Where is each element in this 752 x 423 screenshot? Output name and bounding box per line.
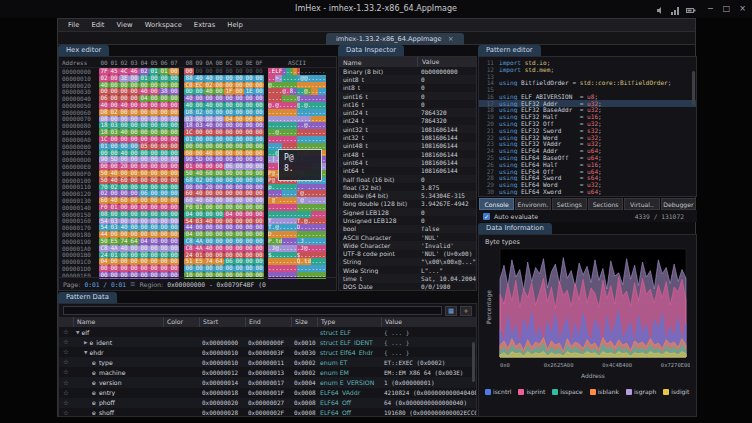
hex-byte[interactable]: 00: [119, 95, 129, 102]
hex-byte[interactable]: 00: [169, 224, 179, 231]
hex-byte[interactable]: 00: [254, 211, 264, 218]
data-inspector-tab[interactable]: Data Inspector: [338, 45, 404, 56]
hex-byte[interactable]: 03: [109, 218, 119, 225]
hex-byte[interactable]: 00: [129, 265, 139, 272]
hex-byte[interactable]: 00: [129, 252, 139, 259]
menu-item-workspace[interactable]: Workspace: [139, 19, 188, 32]
inspector-row[interactable]: int64_t1081606144: [339, 167, 476, 175]
chevron-right-icon[interactable]: ▶: [84, 340, 87, 345]
hex-ascii-char[interactable]: .: [322, 231, 326, 238]
hex-byte[interactable]: 00: [149, 204, 159, 211]
hex-byte[interactable]: 00: [224, 245, 234, 252]
hex-byte[interactable]: 00: [204, 143, 214, 150]
hex-byte[interactable]: 00: [139, 252, 149, 259]
hex-byte[interactable]: 00: [139, 177, 149, 184]
pattern-column-header[interactable]: Type: [317, 317, 381, 327]
hex-byte[interactable]: 00: [129, 170, 139, 177]
hex-ascii-char[interactable]: .: [322, 170, 326, 177]
hex-byte[interactable]: 00: [244, 204, 254, 211]
hex-byte[interactable]: 00: [139, 204, 149, 211]
editor-line[interactable]: 29using ELF64_Word = u32;: [479, 181, 696, 188]
hex-byte[interactable]: 00: [214, 177, 224, 184]
menu-item-file[interactable]: File: [62, 19, 85, 32]
hex-byte[interactable]: 00: [169, 218, 179, 225]
star-icon[interactable]: ☆: [59, 347, 73, 357]
hex-byte[interactable]: 18: [99, 122, 109, 129]
hex-byte[interactable]: 02: [194, 177, 204, 184]
hex-byte[interactable]: 02: [109, 184, 119, 191]
hex-byte[interactable]: 00: [254, 265, 264, 272]
pattern-column-header[interactable]: Start: [199, 317, 245, 327]
hex-byte[interactable]: 00: [224, 224, 234, 231]
hex-ascii-char[interactable]: .: [322, 218, 326, 225]
hex-byte[interactable]: 64: [129, 238, 139, 245]
hex-ascii-char[interactable]: .: [322, 82, 326, 89]
hex-byte[interactable]: 00: [149, 156, 159, 163]
hex-byte[interactable]: 00: [119, 184, 129, 191]
hex-byte[interactable]: 00: [109, 143, 119, 150]
legend-item-isdigit[interactable]: isdigit: [663, 388, 689, 395]
star-icon[interactable]: ☆: [59, 357, 73, 367]
inspector-row[interactable]: Signed LEB1280: [339, 208, 476, 216]
hex-byte[interactable]: 00: [159, 150, 169, 157]
hex-byte[interactable]: 00: [109, 150, 119, 157]
hex-byte[interactable]: 60: [99, 197, 109, 204]
hex-byte[interactable]: 00: [194, 88, 204, 95]
hex-byte[interactable]: 00: [194, 224, 204, 231]
hex-byte[interactable]: 00: [169, 238, 179, 245]
hex-byte[interactable]: 00: [234, 136, 244, 143]
hex-byte[interactable]: 00: [159, 109, 169, 116]
hex-byte[interactable]: 00: [224, 156, 234, 163]
hex-byte[interactable]: 00: [169, 231, 179, 238]
byte-types-chart[interactable]: 0x00x2625A000x4C4B4000x7270E00AddressPer…: [484, 247, 690, 387]
hex-byte[interactable]: 00: [234, 116, 244, 123]
hex-byte[interactable]: 18: [99, 129, 109, 136]
hex-byte[interactable]: 00: [234, 231, 244, 238]
hex-byte[interactable]: 00: [234, 170, 244, 177]
hex-byte[interactable]: 00: [159, 116, 169, 123]
hex-byte[interactable]: 40: [204, 88, 214, 95]
hex-byte[interactable]: 00: [149, 129, 159, 136]
hex-byte[interactable]: 00: [169, 82, 179, 89]
console-tab-debugger[interactable]: Debugger: [661, 198, 696, 210]
hex-byte[interactable]: 00: [159, 184, 169, 191]
hex-byte[interactable]: 00: [224, 75, 234, 82]
hex-byte[interactable]: 18: [184, 122, 194, 129]
hex-byte[interactable]: 01: [149, 68, 159, 75]
hex-byte[interactable]: 70: [99, 184, 109, 191]
hex-byte[interactable]: 00: [244, 238, 254, 245]
data-information-tab[interactable]: Data Information: [478, 223, 552, 234]
battery-icon[interactable]: [686, 0, 696, 19]
hex-byte[interactable]: 40: [194, 190, 204, 197]
hex-byte[interactable]: 00: [234, 75, 244, 82]
hex-byte[interactable]: 00: [234, 95, 244, 102]
hex-byte[interactable]: 00: [159, 252, 169, 259]
hex-byte[interactable]: 00: [119, 136, 129, 143]
pattern-column-header[interactable]: End: [245, 317, 291, 327]
hex-byte[interactable]: 00: [254, 102, 264, 109]
hex-byte[interactable]: 00: [224, 177, 234, 184]
hex-byte[interactable]: 00: [204, 129, 214, 136]
hex-byte[interactable]: 02: [204, 82, 214, 89]
hex-byte[interactable]: 00: [159, 245, 169, 252]
hex-byte[interactable]: 00: [169, 177, 179, 184]
hex-byte[interactable]: 00: [244, 136, 254, 143]
hex-byte[interactable]: 00: [194, 116, 204, 123]
hex-byte[interactable]: 00: [254, 184, 264, 191]
hex-byte[interactable]: 00: [149, 265, 159, 272]
hex-byte[interactable]: 00: [204, 204, 214, 211]
hex-byte[interactable]: 5D: [194, 156, 204, 163]
hex-byte[interactable]: 00: [244, 258, 254, 265]
pattern-column-header[interactable]: Color: [163, 317, 199, 327]
hex-byte[interactable]: 00: [159, 170, 169, 177]
hex-byte[interactable]: 00: [204, 116, 214, 123]
hex-byte[interactable]: 00: [204, 177, 214, 184]
hex-byte[interactable]: 50: [184, 170, 194, 177]
hex-byte[interactable]: 03: [109, 129, 119, 136]
star-icon[interactable]: ☆: [59, 337, 73, 347]
hex-byte[interactable]: 00: [254, 224, 264, 231]
hex-byte[interactable]: 00: [254, 245, 264, 252]
pattern-column-header[interactable]: [59, 317, 73, 327]
hex-byte[interactable]: 00: [129, 224, 139, 231]
hex-byte[interactable]: 00: [204, 224, 214, 231]
